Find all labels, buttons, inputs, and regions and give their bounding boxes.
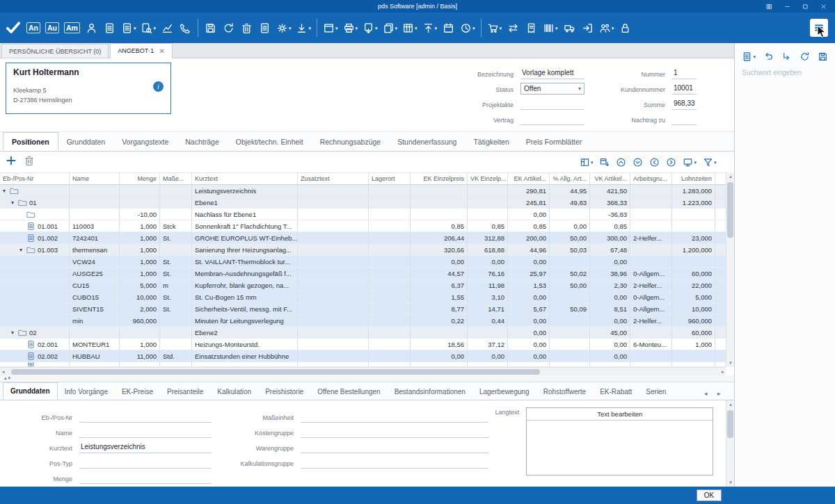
column-header-name[interactable]: Name (70, 173, 120, 184)
table-row[interactable]: ▾01.003thermensan1,000Sanierung Ihrer He… (0, 244, 726, 256)
detail-scroll-thumb[interactable] (727, 410, 733, 438)
table-row[interactable]: ▾02Ebene20,0045,0060,000 (0, 327, 726, 339)
edit-text-button[interactable]: Text bearbeiten (527, 408, 713, 421)
table-row[interactable] (0, 362, 726, 367)
tab-nachtr-ge[interactable]: Nachträge (177, 133, 227, 151)
import-icon[interactable]: ▾ (294, 16, 313, 40)
table-row[interactable]: 01.00272424011,000St.GROHE EUROPLUS WT-E… (0, 232, 726, 244)
expand-arrow-icon[interactable]: ▾ (3, 188, 10, 194)
close-icon[interactable] (816, 1, 831, 12)
column-header-ek_rest[interactable]: EK I (715, 173, 726, 184)
expand-arrow-icon[interactable]: ▾ (11, 330, 18, 336)
users-icon[interactable]: ▾ (597, 16, 617, 40)
column-header-vk_artikel[interactable]: VK Artikel... (590, 173, 630, 184)
detail-tab-offene-bestellungen[interactable]: Offene Bestellungen (310, 384, 387, 400)
scroll-down-icon[interactable] (633, 157, 643, 168)
detail-field-value[interactable]: Leistungsverzeichnis (79, 443, 212, 453)
vertical-scroll-thumb[interactable] (727, 182, 733, 238)
barcode-icon[interactable]: ▾ (541, 16, 560, 40)
header-field-value[interactable]: 1 (672, 69, 697, 79)
apps-icon[interactable] (761, 1, 777, 12)
search-document-icon[interactable]: ▾ (138, 16, 158, 40)
copy-icon[interactable]: ▾ (381, 16, 400, 40)
ok-button[interactable]: OK (697, 489, 722, 501)
detail-tab-ek-preise[interactable]: EK-Preise (115, 384, 160, 400)
detail-field-value[interactable] (79, 458, 212, 469)
table-row[interactable]: 01.0011100031,000StckSonnenkraft 1" Flac… (0, 220, 726, 232)
doc-tab-1[interactable]: ANGEBOT·1✕ (110, 43, 172, 58)
header-field-value[interactable]: Vorlage komplett (520, 69, 584, 79)
table-row[interactable]: AUSGE251,000St.Membran-Ausdehnungsgefäß … (0, 268, 726, 279)
column-header-pos[interactable]: Eb-/Pos-Nr (0, 173, 70, 184)
text-format-am-icon[interactable]: Am (62, 16, 82, 40)
tab-vorgangstexte[interactable]: Vorgangstexte (113, 133, 177, 151)
calendar-icon[interactable] (440, 16, 457, 40)
cart-icon[interactable]: ▾ (485, 16, 504, 40)
table-horizontal-scrollbar[interactable]: ◂ ▸ (0, 367, 726, 375)
column-header-arbeitsgruppe[interactable]: Arbeitsgru... (630, 173, 672, 184)
phone-icon[interactable] (177, 16, 194, 40)
tab-t-tigkeiten[interactable]: Tätigkeiten (465, 133, 517, 151)
scroll-up-arrow-icon[interactable]: ▴ (726, 402, 734, 407)
detail-field-value[interactable] (79, 473, 212, 484)
tab-preis-formbl-tter[interactable]: Preis Formblätter (518, 133, 591, 151)
tab-positionen[interactable]: Positionen (3, 132, 58, 151)
table-row[interactable]: min960,000Minuten für Leitungsverlegung0… (0, 315, 726, 327)
search-input[interactable] (742, 69, 829, 76)
detail-tab-info-vorg-nge[interactable]: Info Vorgänge (58, 384, 115, 400)
save-icon[interactable] (818, 51, 828, 62)
detail-field-value[interactable] (79, 428, 212, 438)
detail-tab-preisanteile[interactable]: Preisanteile (160, 384, 210, 400)
header-field-value[interactable] (520, 115, 584, 125)
scroll-down-arrow-icon[interactable]: ▾ (726, 480, 734, 485)
table-row[interactable]: VCW241,000St.St. VAILLANT-Thermoblock tu… (0, 256, 726, 268)
detail-tab-serien[interactable]: Serien (639, 384, 673, 400)
delete-icon[interactable] (238, 16, 255, 40)
table-row[interactable]: 02.001MONTEUR11,000Heizungs-Monteurstd.1… (0, 339, 726, 350)
pds-logo[interactable] (3, 16, 24, 40)
document-info-icon[interactable] (256, 16, 273, 40)
column-header-ek_artikel[interactable]: EK Artikel... (508, 173, 550, 184)
statistics-icon[interactable] (159, 16, 176, 40)
column-header-zusatztext[interactable]: Zusatztext (298, 173, 369, 184)
detail-tab-preishistorie[interactable]: Preishistorie (258, 384, 310, 400)
minimize-icon[interactable] (779, 1, 795, 12)
detail-vertical-scrollbar[interactable]: ▴ ▾ (726, 400, 734, 487)
tab-rechnungsabz-ge[interactable]: Rechnungsabzüge (312, 133, 390, 151)
detail-field-value[interactable] (301, 458, 488, 469)
expand-arrow-icon[interactable]: ▾ (11, 200, 18, 206)
langtext-box[interactable]: Text bearbeiten (526, 407, 713, 475)
refresh-icon[interactable] (220, 16, 237, 40)
edit-document-icon[interactable] (101, 16, 118, 40)
column-header-lagerort[interactable]: Lagerort (369, 173, 411, 184)
header-field-value[interactable] (520, 99, 584, 110)
header-field-value[interactable]: 968,33 (672, 99, 697, 110)
detail-tab-ek-rabatt[interactable]: EK-Rabatt (593, 384, 639, 400)
scroll-down-arrow-icon[interactable]: ▾ (726, 360, 734, 366)
column-header-lohnzeiten[interactable]: Lohnzeiten (672, 173, 715, 184)
detail-field-value[interactable] (301, 443, 488, 453)
detail-tab-bestandsinformationen[interactable]: Bestandsinformationen (388, 384, 472, 400)
doc-tab-0[interactable]: PERSÖNLICHE ÜBERSICHT (0) (1, 44, 109, 58)
lock-icon[interactable] (617, 16, 634, 40)
table-icon[interactable]: ▾ (400, 16, 420, 40)
tab-close-icon[interactable]: ✕ (159, 47, 164, 55)
document-export-icon[interactable]: ▾ (360, 16, 380, 40)
panel-splitter[interactable]: ▴ ▾ (0, 375, 734, 382)
tab-objekt-techn-einheit[interactable]: Objekt/techn. Einheit (228, 133, 312, 151)
detail-tab-grunddaten[interactable]: Grunddaten (3, 382, 58, 400)
add-position-icon[interactable] (6, 155, 17, 169)
column-header-kurztext[interactable]: Kurztext (192, 173, 298, 184)
history-icon[interactable]: ▾ (458, 16, 477, 40)
scroll-left-arrow-icon[interactable]: ◂ (2, 369, 5, 375)
detail-field-value[interactable] (301, 412, 488, 423)
undo-icon[interactable] (763, 51, 774, 62)
detail-tab-kalkulation[interactable]: Kalkulation (210, 384, 258, 400)
detail-tab-lagerbewegung[interactable]: Lagerbewegung (472, 384, 536, 400)
scroll-left-icon[interactable] (649, 157, 660, 168)
text-format-au-icon[interactable]: Au (43, 16, 61, 40)
hamburger-menu-button[interactable] (810, 19, 828, 37)
header-field-select[interactable]: Offen▾ (520, 83, 584, 95)
scroll-up-arrow-icon[interactable]: ▴ (726, 174, 734, 179)
header-field-value[interactable] (672, 115, 697, 125)
